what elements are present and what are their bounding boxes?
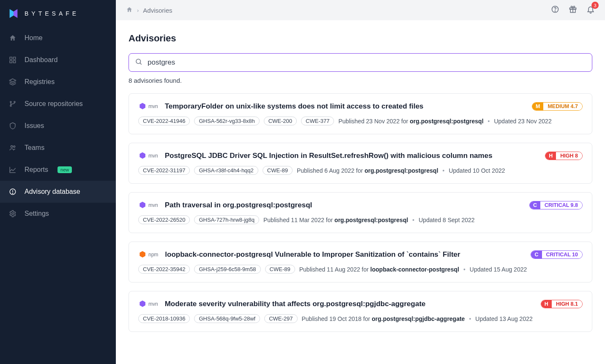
advisory-card[interactable]: mvnPath traversal in org.postgresql:post… (129, 192, 592, 233)
package-icon (138, 300, 147, 308)
sidebar-item-home[interactable]: Home (0, 27, 116, 49)
tag[interactable]: GHSA-568q-9fw5-28wf (194, 314, 260, 323)
svg-marker-4 (10, 79, 16, 82)
gift-icon[interactable] (569, 5, 577, 15)
nav: Home Dashboard Registries Source reposit… (0, 27, 116, 225)
search-input[interactable] (148, 58, 586, 67)
advisory-card[interactable]: mvnModerate severity vulnerability that … (129, 291, 592, 332)
svg-rect-3 (14, 61, 16, 63)
updated-text: Updated 23 Nov 2022 (494, 118, 551, 125)
updated-text: Updated 8 Sept 2022 (419, 217, 474, 223)
advisory-meta: CVE-2022-31197GHSA-r38f-c4h4-hqq2CWE-89P… (138, 166, 583, 175)
svg-rect-0 (10, 57, 12, 59)
tag[interactable]: GHSA-r38f-c4h4-hqq2 (194, 166, 258, 175)
package-icon (138, 152, 147, 160)
advisory-title: Path traversal in org.postgresql:postgre… (165, 201, 523, 209)
svg-point-12 (12, 193, 13, 193)
separator: • (412, 217, 414, 223)
svg-line-20 (140, 63, 141, 64)
sidebar-item-issues[interactable]: Issues (0, 115, 116, 137)
breadcrumb-current: Advisories (143, 7, 172, 14)
advisory-list: mvnTemporaryFolder on unix-like systems … (129, 93, 592, 332)
dashboard-icon (8, 56, 17, 64)
tag[interactable]: GHSA-j259-6c58-9m58 (194, 265, 260, 274)
advisory-title: PostgreSQL JDBC Driver SQL Injection in … (165, 152, 539, 160)
tag[interactable]: CVE-2022-31197 (138, 166, 190, 175)
search-box[interactable] (129, 53, 592, 72)
advisory-meta: CVE-2022-26520GHSA-727h-hrw8-jg8qPublish… (138, 215, 583, 224)
sidebar-item-advisory-database[interactable]: Advisory database (0, 181, 116, 203)
chart-icon (8, 166, 17, 174)
breadcrumb: › Advisories (126, 6, 172, 14)
sidebar-item-label: Settings (25, 210, 49, 217)
separator: • (469, 315, 471, 322)
logo-icon (8, 8, 19, 19)
separator: • (443, 167, 445, 174)
sidebar-item-label: Registries (25, 78, 55, 86)
svg-point-13 (12, 213, 14, 215)
help-icon[interactable] (551, 5, 559, 15)
chevron-right-icon: › (137, 7, 139, 14)
severity-badge: MMEDIUM 4.7 (532, 102, 583, 111)
tag[interactable]: CWE-89 (263, 166, 293, 175)
ecosystem-label: mvn (148, 153, 158, 159)
updated-text: Updated 13 Aug 2022 (475, 315, 532, 322)
svg-point-7 (14, 101, 15, 103)
topbar: › Advisories 3 (116, 0, 605, 20)
sidebar-item-label: Reports (25, 166, 48, 174)
ecosystem-label: mvn (148, 301, 158, 307)
advisory-card[interactable]: mvnPostgreSQL JDBC Driver SQL Injection … (129, 143, 592, 184)
sidebar-item-label: Source repositories (25, 100, 83, 108)
result-count: 8 advisories found. (129, 77, 592, 84)
tag[interactable]: CWE-89 (265, 265, 295, 274)
notification-badge: 3 (591, 2, 599, 9)
svg-rect-1 (14, 57, 16, 59)
sidebar-item-label: Home (25, 34, 43, 42)
tag[interactable]: CVE-2022-41946 (138, 117, 190, 125)
published-text: Published 11 Aug 2022 for loopback-conne… (299, 266, 459, 273)
tag[interactable]: CWE-297 (264, 314, 297, 323)
tag[interactable]: GHSA-562r-vg33-8x8h (194, 117, 259, 125)
sidebar-item-source-repositories[interactable]: Source repositories (0, 93, 116, 115)
published-text: Published 11 Mar 2022 for org.postgresql… (263, 217, 408, 223)
bell-icon[interactable]: 3 (586, 5, 595, 15)
svg-point-5 (10, 101, 11, 103)
updated-text: Updated 15 Aug 2022 (470, 266, 527, 273)
sidebar-item-dashboard[interactable]: Dashboard (0, 49, 116, 71)
svg-point-15 (555, 11, 555, 11)
ecosystem-label: mvn (148, 202, 158, 208)
tag[interactable]: CVE-2022-26520 (138, 215, 190, 224)
users-icon (8, 144, 17, 152)
svg-point-6 (10, 105, 11, 106)
advisory-card[interactable]: mvnTemporaryFolder on unix-like systems … (129, 93, 592, 134)
advisory-meta: CVE-2022-41946GHSA-562r-vg33-8x8hCWE-200… (138, 117, 583, 125)
tag[interactable]: GHSA-727h-hrw8-jg8q (194, 215, 259, 224)
alert-icon (8, 187, 17, 196)
shield-icon (8, 122, 17, 130)
sidebar-item-reports[interactable]: Reports new (0, 159, 116, 181)
page-title: Advisories (129, 33, 592, 44)
logo-text: BYTESAFE (25, 10, 79, 17)
logo[interactable]: BYTESAFE (0, 2, 116, 27)
advisory-card[interactable]: npmloopback-connector-postgresql Vulnera… (129, 242, 592, 283)
sidebar-item-settings[interactable]: Settings (0, 203, 116, 225)
svg-point-19 (136, 59, 141, 64)
new-badge: new (57, 166, 72, 173)
sidebar-item-registries[interactable]: Registries (0, 71, 116, 93)
sidebar: BYTESAFE Home Dashboard Registries (0, 0, 116, 364)
branch-icon (8, 100, 17, 108)
severity-badge: CCRITICAL 10 (531, 250, 583, 259)
tag[interactable]: CVE-2018-10936 (138, 314, 190, 323)
advisory-meta: CVE-2022-35942GHSA-j259-6c58-9m58CWE-89P… (138, 265, 583, 274)
home-crumb-icon[interactable] (126, 6, 133, 14)
advisory-title: loopback-connector-postgresql Vulnerable… (165, 250, 524, 259)
tag[interactable]: CVE-2022-35942 (138, 265, 190, 274)
tag[interactable]: CWE-377 (301, 117, 334, 125)
tag[interactable]: CWE-200 (264, 117, 297, 125)
advisory-meta: CVE-2018-10936GHSA-568q-9fw5-28wfCWE-297… (138, 314, 583, 323)
updated-text: Updated 10 Oct 2022 (449, 167, 505, 174)
search-icon (135, 58, 142, 67)
advisory-title: TemporaryFolder on unix-like systems doe… (165, 102, 525, 111)
svg-rect-2 (10, 61, 12, 63)
sidebar-item-teams[interactable]: Teams (0, 137, 116, 159)
